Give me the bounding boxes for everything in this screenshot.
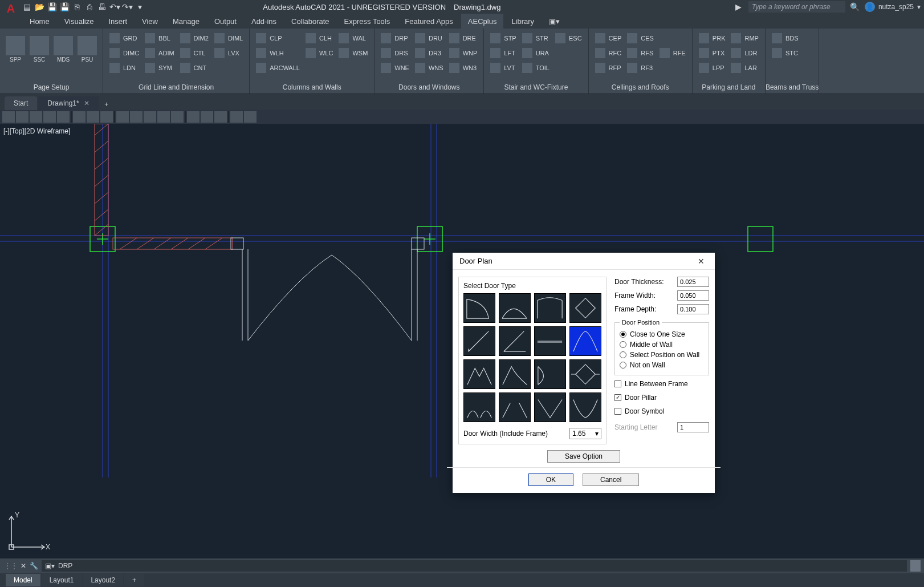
door-type-thumb-6[interactable] [499, 326, 531, 356]
frame-width-input[interactable] [677, 290, 709, 301]
open-icon[interactable]: 📂 [34, 2, 44, 12]
dialog-titlebar[interactable]: Door Plan ✕ [453, 253, 715, 270]
qb-18[interactable] [244, 111, 257, 123]
door-type-thumb-12[interactable] [569, 359, 601, 389]
ribbon-cmd-esc[interactable]: ESC [553, 32, 584, 44]
plot-icon[interactable]: ⎙ [84, 2, 95, 12]
add-layout-button[interactable]: + [124, 574, 144, 586]
menu-manage[interactable]: Manage [166, 14, 206, 29]
ribbon-cmd-arcwall[interactable]: ARCWALL [254, 62, 302, 74]
qb-2[interactable] [16, 111, 29, 123]
menu-output[interactable]: Output [207, 14, 243, 29]
ribbon-cmd-lvx[interactable]: LVX [213, 47, 245, 59]
save-icon[interactable]: 💾 [47, 2, 57, 12]
close-icon[interactable]: ✕ [21, 562, 26, 570]
ribbon-cmd-toil[interactable]: TOIL [520, 62, 551, 74]
ribbon-cmd-clp[interactable]: CLP [254, 32, 302, 44]
ribbon-cmd-lft[interactable]: LFT [489, 47, 518, 59]
door-type-thumb-10[interactable] [499, 359, 531, 389]
view-label[interactable]: [-][Top][2D Wireframe] [3, 127, 70, 135]
ribbon-cmd-cnt[interactable]: CNT [178, 62, 210, 74]
ribbon-cmd-diml[interactable]: DIML [213, 32, 245, 44]
door-type-thumb-1[interactable] [463, 293, 495, 323]
door-type-thumb-15[interactable] [534, 392, 566, 422]
ribbon-cmd-wal[interactable]: WAL [337, 32, 369, 44]
user-menu[interactable]: 👤 nutza_sp25 ▾ [865, 2, 921, 12]
door-type-thumb-13[interactable] [463, 392, 495, 422]
door-type-thumb-4[interactable] [569, 293, 601, 323]
save-option-button[interactable]: Save Option [547, 450, 620, 463]
qb-8[interactable] [100, 111, 113, 123]
ribbon-cmd-str[interactable]: STR [520, 32, 551, 44]
menu-aecplus[interactable]: AECplus [461, 14, 504, 29]
qb-10[interactable] [130, 111, 143, 123]
menu-collaborate[interactable]: Collaborate [284, 14, 336, 29]
gear-icon[interactable]: 🔧 [30, 562, 38, 570]
add-tab-button[interactable]: + [100, 99, 113, 110]
command-input[interactable]: ▣▾ DRP [42, 560, 907, 572]
ribbon-cmd-bds[interactable]: BDS [770, 32, 800, 44]
ribbon-cmd-bbl[interactable]: BBL [143, 32, 176, 44]
qb-9[interactable] [116, 111, 129, 123]
ribbon-big-psu[interactable]: PSU [76, 32, 98, 66]
saveas-icon[interactable]: 💾 [59, 2, 70, 12]
search-icon[interactable]: 🔍 [850, 2, 860, 12]
door-type-thumb-16[interactable] [569, 392, 601, 422]
qb-14[interactable] [187, 111, 200, 123]
qb-15[interactable] [201, 111, 213, 123]
ribbon-cmd-grd[interactable]: GRD [108, 32, 141, 44]
menu-extra-icon[interactable]: ▣▾ [542, 14, 567, 29]
ribbon-cmd-ura[interactable]: URA [520, 47, 551, 59]
drag-handle-icon[interactable]: ⋮⋮ [3, 561, 17, 570]
qb-3[interactable] [30, 111, 42, 123]
ribbon-cmd-clh[interactable]: CLH [304, 32, 335, 44]
radio-middle-of-wall[interactable]: Middle of Wall [620, 339, 704, 350]
ribbon-cmd-ctl[interactable]: CTL [178, 47, 210, 59]
export-icon[interactable]: ⎘ [72, 2, 82, 12]
frame-depth-input[interactable] [677, 304, 709, 314]
ribbon-cmd-stc[interactable]: STC [770, 47, 800, 59]
ribbon-cmd-ptx[interactable]: PTX [697, 47, 727, 59]
ribbon-cmd-wnp[interactable]: WNP [447, 47, 479, 59]
qb-6[interactable] [73, 111, 86, 123]
ribbon-cmd-lpp[interactable]: LPP [697, 62, 727, 74]
qat-more-icon[interactable]: ▾ [135, 2, 145, 12]
ribbon-cmd-prk[interactable]: PRK [697, 32, 727, 44]
doc-tab-drawing1[interactable]: Drawing1*✕ [38, 96, 98, 110]
ribbon-big-ssc[interactable]: SSC [29, 32, 50, 66]
close-icon[interactable]: ✕ [84, 99, 89, 107]
ribbon-cmd-drs[interactable]: DRS [379, 47, 411, 59]
qb-1[interactable] [2, 111, 15, 123]
ribbon-big-spp[interactable]: SPP [5, 32, 26, 66]
radio-close-to-one-size[interactable]: Close to One Size [620, 329, 704, 339]
ribbon-cmd-rfc[interactable]: RFC [593, 47, 624, 59]
radio-select-position-on-wall[interactable]: Select Position on Wall [620, 350, 704, 360]
layout-tab-layout2[interactable]: Layout2 [83, 574, 123, 586]
close-icon[interactable]: ✕ [694, 254, 708, 268]
qb-11[interactable] [144, 111, 156, 123]
ribbon-cmd-rfs[interactable]: RFS [625, 47, 656, 59]
layout-tab-layout1[interactable]: Layout1 [42, 574, 82, 586]
undo-icon[interactable]: ↶▾ [109, 2, 120, 12]
ribbon-cmd-dr3[interactable]: DR3 [413, 47, 445, 59]
new-icon[interactable]: ▤ [22, 2, 32, 12]
ribbon-cmd-dru[interactable]: DRU [413, 32, 445, 44]
ribbon-cmd-wns[interactable]: WNS [413, 62, 445, 74]
check-line-between[interactable]: Line Between Frame [614, 379, 709, 389]
layout-tab-model[interactable]: Model [6, 574, 40, 586]
door-type-thumb-2[interactable] [499, 293, 531, 323]
door-type-thumb-3[interactable] [534, 293, 566, 323]
ok-button[interactable]: OK [528, 473, 573, 486]
ribbon-cmd-dim2[interactable]: DIM2 [178, 32, 210, 44]
menu-home[interactable]: Home [23, 14, 56, 29]
ribbon-cmd-lar[interactable]: LAR [729, 62, 760, 74]
door-type-thumb-11[interactable] [534, 359, 566, 389]
ribbon-cmd-ldn[interactable]: LDN [108, 62, 141, 74]
ribbon-cmd-dimc[interactable]: DIMC [108, 47, 141, 59]
menu-view[interactable]: View [135, 14, 165, 29]
ribbon-cmd-dre[interactable]: DRE [447, 32, 479, 44]
ribbon-cmd-wlh[interactable]: WLH [254, 47, 302, 59]
ribbon-cmd-wsm[interactable]: WSM [337, 47, 369, 59]
menu-insert[interactable]: Insert [101, 14, 134, 29]
ribbon-cmd-stp[interactable]: STP [489, 32, 518, 44]
